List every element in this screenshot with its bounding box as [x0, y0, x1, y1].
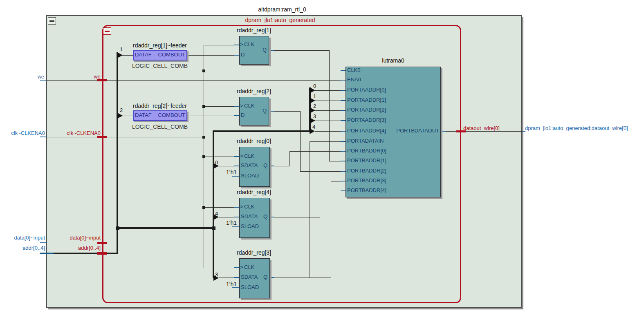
port-q: Q [256, 47, 267, 53]
port-d: D [241, 52, 245, 58]
port-stub [341, 100, 346, 101]
port-stub [441, 131, 446, 132]
wire-reg3-clk [204, 268, 235, 268]
port-q: Q [256, 213, 267, 219]
wire-reg0-q-riser [289, 151, 290, 166]
port-stub [341, 110, 346, 111]
junction-dot [202, 105, 205, 108]
pin-stub [40, 80, 47, 81]
input-pin-clk: clk~CLKENA0 [4, 130, 45, 136]
wire-portaaddr4 [315, 131, 341, 132]
wire-portaaddr1 [315, 101, 341, 101]
register-title: rdaddr_reg[3] [213, 249, 295, 256]
pin-stub [40, 137, 47, 137]
wire-reg0-sdata [219, 166, 235, 166]
port-stub [234, 115, 239, 116]
register-title: rdaddr_reg[2] [213, 88, 295, 94]
port-portbaddr0: PORTBADDR[0] [347, 148, 386, 154]
register-title: rdaddr_reg[4] [213, 189, 295, 195]
junction-dot [116, 226, 119, 230]
bus-tap-index: 0 [313, 83, 316, 89]
output-pin-dataout: dpram_jlo1:auto_generated:dataout_wire[0… [525, 125, 628, 131]
sload-constant: 1'h1 [223, 281, 237, 287]
port-sload: SLOAD [241, 172, 259, 179]
clock-edge-icon: > [240, 264, 243, 270]
cell-type-label: LOGIC_CELL_COMB [119, 123, 201, 130]
sload-constant: 1'h1 [223, 219, 237, 226]
boundary-tick [97, 242, 107, 244]
port-stub [269, 111, 274, 112]
junction-dot [202, 136, 205, 139]
port-portaaddr3: PORTAADDR[3] [347, 117, 386, 123]
input-pin-we: we [8, 74, 44, 80]
lutram-title: lutrama0 [346, 57, 441, 64]
wire-portbaddr1 [329, 161, 341, 161]
top-instance-title: altdpram:ram_rtl_0 [139, 6, 425, 13]
wire-reg1-q [269, 50, 330, 51]
wire-portaaddr0 [315, 90, 341, 91]
port-stub [232, 226, 239, 227]
wire-reg4-sdata [219, 217, 235, 217]
clock-edge-icon: > [240, 41, 243, 47]
wire-portbaddr2 [300, 171, 341, 172]
wire-reg1-q-riser [329, 50, 330, 161]
bus-tap-index: 1 [313, 93, 316, 99]
inner-pin-addr: addr[0..4] [60, 245, 101, 251]
wire-feeder2-out [187, 116, 235, 116]
port-portaaddr0: PORTAADDR[0] [347, 87, 386, 93]
collapse-button-outer[interactable] [48, 17, 56, 25]
wire-data-riser [310, 141, 310, 278]
inner-pin-dataout: dataout_wire[0] [463, 125, 500, 131]
wire-reg4-q [269, 217, 320, 217]
clock-edge-icon: > [240, 103, 243, 109]
port-ena0: ENA0 [347, 76, 361, 83]
bus-tap-index: 3 [313, 113, 316, 119]
port-dataf: DATAF [135, 112, 152, 118]
port-portbaddr2: PORTBADDR[2] [347, 168, 386, 174]
bus-tap-index: 3 [215, 271, 218, 278]
bus-tap-arrow [117, 113, 123, 119]
wire-reg0-clk [204, 157, 235, 157]
bus-tap-arrow [117, 52, 123, 58]
port-stub [341, 151, 346, 152]
port-stub [234, 277, 239, 278]
port-stub [234, 207, 239, 208]
port-portadatain: PORTADATAIN [347, 138, 384, 144]
feeder-title: rdaddr_reg[1]~feeder [119, 42, 201, 49]
wire-reg1-clk [204, 45, 235, 45]
port-combout: COMBOUT [155, 52, 185, 58]
junction-dot [212, 226, 215, 230]
collapse-button-inner[interactable] [103, 27, 111, 35]
port-stub [234, 106, 239, 107]
boundary-tick [97, 136, 107, 138]
wire-feeder1-in [121, 55, 133, 56]
wire-reg3-q-riser [331, 181, 331, 278]
port-stub [341, 70, 346, 71]
port-dataf: DATAF [135, 52, 152, 58]
wire-portbaddr0 [289, 151, 341, 152]
rtl-viewer-canvas[interactable]: altdpram:ram_rtl_0 dpram_jlo1:auto_gener… [0, 0, 644, 318]
port-clk: CLK [244, 264, 254, 270]
pin-stub-bus [40, 253, 54, 254]
port-q: Q [256, 162, 267, 168]
port-stub [341, 80, 346, 81]
bus-addr-entry [46, 253, 118, 254]
wire-portaaddr2 [315, 110, 341, 111]
port-stub [232, 287, 239, 288]
port-q: Q [256, 274, 267, 280]
port-portbaddr3: PORTBADDR[3] [347, 177, 386, 184]
port-stub [234, 217, 239, 217]
port-stub [341, 120, 346, 121]
port-clk: CLK [244, 103, 254, 109]
port-sdata: SDATA [241, 274, 258, 280]
port-portbaddr4: PORTBADDR[4] [347, 187, 386, 193]
inner-pin-clk: clk~CLKENA0 [60, 130, 101, 136]
wire-portadatain [310, 141, 341, 142]
port-stub [341, 181, 346, 181]
port-stub [341, 90, 346, 91]
minus-icon [105, 31, 110, 32]
minus-icon [49, 20, 54, 22]
wire-portbaddr4 [320, 191, 341, 191]
wire-clk [47, 137, 204, 137]
wire-portaaddr3 [315, 121, 341, 121]
